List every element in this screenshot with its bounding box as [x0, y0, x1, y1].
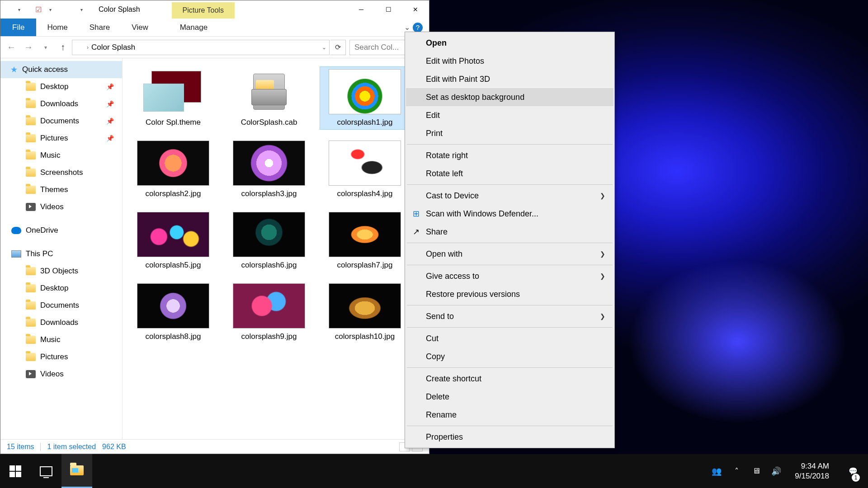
volume-icon[interactable]: 🔊 [770, 465, 782, 477]
sidebar-item-pictures[interactable]: Pictures [0, 348, 122, 366]
menu-edit-photos[interactable]: Edit with Photos [406, 52, 613, 70]
close-button[interactable]: ✕ [402, 0, 429, 19]
qat-customize-icon[interactable]: ▾ [76, 5, 86, 14]
menu-open[interactable]: Open [406, 34, 613, 52]
action-center-button[interactable]: 💬 1 [842, 454, 864, 488]
menu-edit-paint3d[interactable]: Edit with Paint 3D [406, 70, 613, 88]
tray-overflow-icon[interactable]: ˄ [731, 465, 742, 477]
menu-scan-defender[interactable]: ⊞Scan with Windows Defender... [406, 205, 613, 223]
forward-button[interactable]: → [20, 39, 37, 56]
address-bar[interactable]: › Color Splash ⌄ [72, 40, 330, 55]
menu-edit[interactable]: Edit [406, 106, 613, 124]
menu-print[interactable]: Print [406, 124, 613, 142]
video-icon [26, 203, 36, 211]
network-icon[interactable]: 🖥 [750, 465, 762, 477]
taskbar-file-explorer[interactable] [61, 454, 92, 488]
breadcrumb[interactable]: Color Splash [91, 43, 135, 52]
refresh-button[interactable]: ⟳ [330, 40, 346, 55]
sidebar-item-onedrive[interactable]: OneDrive [0, 222, 122, 239]
menu-restore-versions[interactable]: Restore previous versions [406, 285, 613, 303]
menu-rotate-left[interactable]: Rotate left [406, 164, 613, 183]
tab-share[interactable]: Share [79, 19, 121, 36]
menu-set-desktop-background[interactable]: Set as desktop background [406, 88, 613, 106]
sidebar-item-this-pc[interactable]: This PC [0, 245, 122, 263]
sidebar-item-label: Downloads [40, 99, 78, 108]
file-item[interactable]: colorsplash1.jpg [320, 66, 410, 130]
chevron-down-icon[interactable]: ⌄ [322, 44, 326, 51]
sidebar-item-quick-access[interactable]: ★Quick access [0, 61, 122, 78]
menu-give-access-to[interactable]: Give access to❯ [406, 267, 613, 285]
folder-icon [26, 169, 36, 177]
menu-properties[interactable]: Properties [406, 428, 613, 446]
sidebar-item-screenshots[interactable]: Screenshots [0, 164, 122, 181]
tab-view[interactable]: View [121, 19, 159, 36]
minimize-button[interactable]: ─ [348, 0, 375, 19]
start-button[interactable] [0, 454, 31, 488]
file-item[interactable]: colorsplash6.jpg [224, 209, 314, 272]
sidebar-item-music[interactable]: Music [0, 331, 122, 348]
properties-icon[interactable]: ☑ [33, 5, 43, 14]
sidebar-item-desktop[interactable]: Desktop [0, 280, 122, 297]
file-item[interactable]: colorsplash9.jpg [224, 281, 314, 344]
menu-copy[interactable]: Copy [406, 347, 613, 366]
file-item[interactable]: colorsplash10.jpg [320, 281, 410, 344]
sidebar-item-music[interactable]: Music [0, 147, 122, 164]
help-icon[interactable]: ? [413, 23, 423, 33]
file-item[interactable]: colorsplash8.jpg [128, 281, 218, 344]
file-item[interactable]: colorsplash3.jpg [224, 138, 314, 201]
sidebar-item-documents[interactable]: Documents📌 [0, 113, 122, 130]
file-item[interactable]: colorsplash2.jpg [128, 138, 218, 201]
menu-open-with[interactable]: Open with❯ [406, 245, 613, 263]
contextual-tab-label[interactable]: Picture Tools [172, 2, 235, 19]
sidebar-item-themes[interactable]: Themes [0, 181, 122, 198]
sidebar-item-label: Videos [40, 370, 64, 379]
sidebar-item-pictures[interactable]: Pictures📌 [0, 130, 122, 147]
windows-icon [9, 465, 21, 477]
file-item[interactable]: ColorSplash.cab [224, 66, 314, 130]
menu-delete[interactable]: Delete [406, 388, 613, 406]
menu-send-to[interactable]: Send to❯ [406, 307, 613, 325]
tab-manage[interactable]: Manage [169, 19, 218, 36]
file-item[interactable]: colorsplash5.jpg [128, 209, 218, 272]
sidebar-item-downloads[interactable]: Downloads [0, 314, 122, 331]
back-button[interactable]: ← [3, 39, 19, 56]
chevron-right-icon[interactable]: › [87, 44, 89, 51]
qat-dropdown-icon[interactable]: ▾ [14, 5, 24, 14]
sidebar-item-videos[interactable]: Videos [0, 366, 122, 383]
task-view-button[interactable] [31, 454, 61, 488]
menu-cut[interactable]: Cut [406, 329, 613, 347]
up-button[interactable]: ↑ [55, 39, 71, 56]
sidebar-item-videos[interactable]: Videos [0, 198, 122, 216]
sidebar-item-3d-objects[interactable]: 3D Objects [0, 263, 122, 280]
people-icon[interactable]: 👥 [711, 465, 722, 477]
qat-more-icon[interactable]: ▾ [45, 5, 55, 14]
tab-home[interactable]: Home [36, 19, 78, 36]
pin-icon: 📌 [106, 135, 114, 142]
recent-locations-icon[interactable]: ▾ [38, 39, 54, 56]
sidebar-item-downloads[interactable]: Downloads📌 [0, 95, 122, 113]
menu-rotate-right[interactable]: Rotate right [406, 146, 613, 164]
sidebar-item-documents[interactable]: Documents [0, 297, 122, 314]
menu-share[interactable]: ↗Share [406, 223, 613, 241]
folder-icon [26, 284, 36, 292]
titlebar[interactable]: ▾ ☑ ▾ ▾ Color Splash Picture Tools ─ ☐ ✕ [0, 0, 429, 19]
sidebar-item-label: Screenshots [40, 168, 83, 177]
sidebar-item-label: Music [40, 335, 60, 344]
file-item[interactable]: colorsplash4.jpg [320, 138, 410, 201]
menu-rename[interactable]: Rename [406, 406, 613, 424]
file-item[interactable]: Color Spl.theme [128, 66, 218, 130]
menu-cast-to-device[interactable]: Cast to Device❯ [406, 187, 613, 205]
file-list[interactable]: Color Spl.themeColorSplash.cabcolorsplas… [123, 58, 429, 439]
sidebar-item-desktop[interactable]: Desktop📌 [0, 78, 122, 95]
status-selected-count: 1 item selected [47, 443, 96, 451]
folder-icon [26, 151, 36, 160]
maximize-button[interactable]: ☐ [375, 0, 402, 19]
pin-icon: 📌 [106, 100, 114, 108]
file-item[interactable]: colorsplash7.jpg [320, 209, 410, 272]
tab-file[interactable]: File [0, 19, 36, 36]
clock[interactable]: 9:34 AM 9/15/2018 [790, 461, 834, 481]
ribbon-expand-icon[interactable]: ⌄ [404, 23, 410, 32]
menu-create-shortcut[interactable]: Create shortcut [406, 370, 613, 388]
file-explorer-window: ▾ ☑ ▾ ▾ Color Splash Picture Tools ─ ☐ ✕… [0, 0, 429, 454]
folder-icon [26, 301, 36, 310]
